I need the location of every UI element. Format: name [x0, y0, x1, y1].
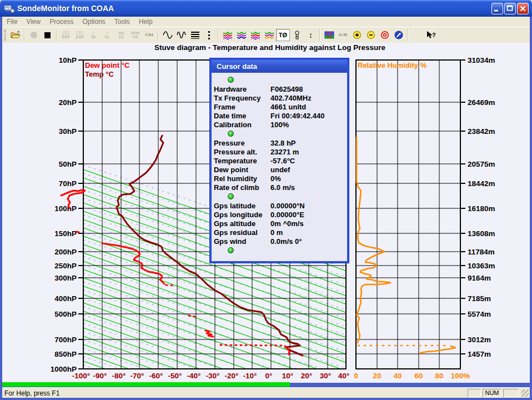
app-window: SondeMonitor from COAA FileViewProcessOp… — [0, 0, 532, 400]
dialog-row-label: Rel humidity — [212, 174, 270, 183]
dialog-row: Gps longitude0.00000°E — [212, 210, 347, 219]
dialog-row-value: 100% — [270, 121, 347, 129]
dialog-row-value: 6.0 m/s — [270, 183, 347, 192]
dialog-row-value: Fri 00:49:42.440 — [270, 112, 347, 120]
temperature-axis-label: -80° — [112, 372, 126, 380]
status-panel-num: NUM — [483, 389, 501, 397]
altitude-tick-label: 7185m — [468, 294, 491, 303]
altitude-tick-label: 3012m — [468, 336, 491, 344]
dialog-row-label: Frame — [212, 103, 270, 111]
pressure-tick-label: 250hP — [54, 262, 77, 270]
dialog-row: Gps latitude0.00000°N — [212, 201, 347, 210]
dialog-row: Dew pointundef — [212, 165, 347, 174]
temperature-axis-label: -30° — [206, 372, 220, 380]
temperature-axis-label: -90° — [93, 372, 107, 380]
pressure-tick-label: 500hP — [54, 310, 77, 318]
status-led-icon — [228, 77, 234, 83]
altitude-tick-label: 5574m — [468, 310, 491, 318]
temperature-axis-label: -70° — [131, 372, 144, 380]
pressure-tick-label: 200hP — [54, 248, 77, 256]
pressure-tick-label: 30hP — [59, 127, 77, 136]
dialog-row-label: Dew point — [212, 166, 270, 174]
dialog-row-value: undef — [270, 166, 347, 174]
temp-legend-label: Temp °C — [85, 70, 129, 79]
altitude-tick-label: 9164m — [468, 274, 491, 282]
temperature-axis-label: -100° — [72, 372, 90, 380]
humidity-axis-label: 80 — [435, 372, 443, 380]
temperature-axis-label: -20° — [225, 372, 239, 380]
dewpoint-trace — [76, 232, 79, 232]
altitude-tick-label: 13608m — [468, 229, 495, 238]
dialog-row-value: 0 m — [270, 228, 347, 237]
altitude-tick-label: 11784m — [468, 248, 495, 256]
altitude-tick-label: 31034m — [468, 56, 495, 64]
altitude-tick-label: 1457m — [468, 350, 491, 358]
temperature-axis-label: -60° — [149, 372, 163, 380]
pressure-tick-label: 700hP — [54, 336, 77, 344]
dialog-row-value: F0625498 — [270, 85, 347, 93]
dialog-row: Pressure alt.23271 m — [212, 147, 347, 156]
resize-grip-icon[interactable] — [521, 389, 529, 397]
dialog-row: Calibration100% — [212, 120, 347, 129]
dialog-row: Gps altitude0m ^0m/s — [212, 219, 347, 228]
humidity-axis-label: 100% — [451, 372, 470, 380]
pressure-tick-label: 70hP — [59, 179, 77, 188]
dewpoint-legend-label: Dew point °C — [85, 61, 129, 70]
progress-bar — [2, 382, 290, 387]
dialog-row: Gps residual0 m — [212, 228, 347, 237]
temperature-axis-label: 10° — [282, 372, 293, 380]
humidity-axis-label: 40 — [393, 372, 401, 380]
humidity-trace-surface — [420, 346, 455, 353]
dialog-row: HardwareF0625498 — [212, 84, 347, 93]
dialog-title-bar[interactable]: Cursor data — [212, 60, 347, 73]
dialog-row: Date timeFri 00:49:42.440 — [212, 111, 347, 120]
dialog-body: HardwareF0625498Tx Frequency402.740MHzFr… — [212, 73, 347, 253]
dialog-row: Tx Frequency402.740MHz — [212, 93, 347, 102]
dialog-row-label: Gps longitude — [212, 211, 270, 219]
dialog-row-value: 0.00000°E — [270, 211, 347, 219]
dialog-row-value: 402.740MHz — [270, 94, 347, 102]
chart-left-legend: Dew point °C Temp °C — [85, 61, 129, 79]
dialog-row: Pressure32.8 hP — [212, 138, 347, 147]
dialog-row: Frame4661 unltd — [212, 102, 347, 111]
dialog-row-label: Calibration — [212, 121, 270, 129]
pressure-tick-label: 850hP — [54, 350, 77, 358]
status-led-icon — [228, 131, 234, 137]
dialog-row: Temperature-57.6°C — [212, 156, 347, 165]
altitude-tick-label: 20575m — [468, 160, 495, 168]
humidity-axis-label: 0 — [354, 372, 358, 380]
pressure-tick-label: 20hP — [59, 98, 77, 107]
dialog-row-value: 0% — [270, 174, 347, 183]
status-panel-1 — [468, 389, 481, 397]
altitude-tick-label: 26469m — [468, 98, 495, 107]
status-message: For Help, press F1 — [4, 389, 59, 397]
dewpoint-trace-dotted — [166, 285, 173, 286]
dialog-row: Rate of climb6.0 m/s — [212, 183, 347, 192]
pressure-tick-label: 100hP — [54, 204, 77, 213]
humidity-trace — [357, 137, 390, 343]
dialog-row-label: Gps wind — [212, 237, 270, 246]
dialog-row-label: Rate of climb — [212, 183, 270, 192]
pressure-tick-label: 150hP — [54, 229, 77, 238]
dialog-row-label: Gps residual — [212, 228, 270, 237]
humidity-axis-label: 60 — [414, 372, 423, 380]
temperature-axis-label: 40° — [338, 372, 349, 380]
humidity-axis-label: 20 — [373, 372, 381, 380]
dialog-row-label: Pressure — [212, 139, 270, 147]
dialog-row-value: 4661 unltd — [270, 103, 347, 111]
pressure-tick-label: 10hP — [59, 56, 77, 64]
dialog-row: Rel humidity0% — [212, 174, 347, 183]
dialog-row-value: 0.0m/s 0° — [270, 237, 347, 246]
status-led-icon — [228, 193, 234, 199]
dialog-row-label: Hardware — [212, 85, 270, 93]
status-led-icon — [228, 247, 234, 253]
dialog-row-label: Temperature — [212, 157, 270, 165]
dialog-row-label: Date time — [212, 112, 270, 120]
dialog-row-label: Tx Frequency — [212, 94, 270, 102]
dialog-row-label: Gps latitude — [212, 202, 270, 210]
dialog-row-label: Gps altitude — [212, 219, 270, 228]
status-bar: For Help, press F1 NUM — [2, 387, 530, 398]
humidity-plot-area[interactable] — [356, 60, 460, 369]
temperature-axis-label: 20° — [301, 372, 312, 380]
dialog-row-value: 0.00000°N — [270, 202, 347, 210]
